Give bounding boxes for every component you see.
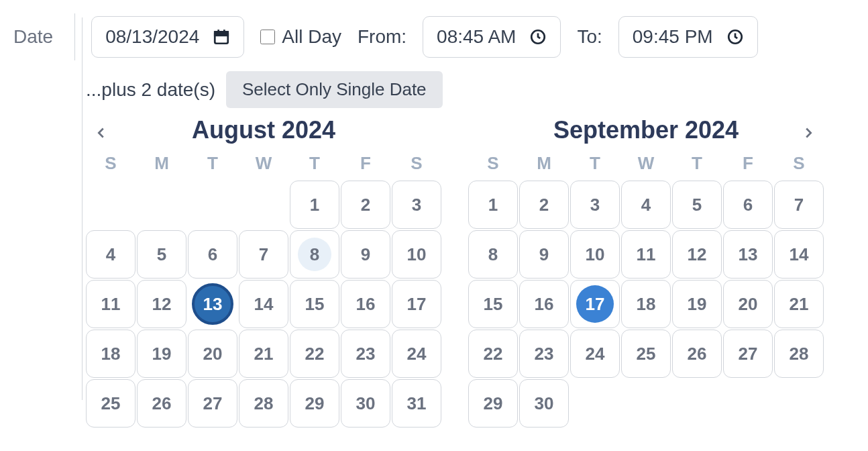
weekday-header: M xyxy=(519,150,569,177)
day-cell[interactable]: 14 xyxy=(239,280,288,328)
day-cell[interactable]: 19 xyxy=(672,280,722,328)
day-cell[interactable]: 6 xyxy=(188,230,237,279)
day-cell[interactable]: 14 xyxy=(774,230,824,279)
day-cell[interactable]: 22 xyxy=(290,330,339,378)
day-cell[interactable]: 7 xyxy=(774,181,824,229)
day-cell[interactable]: 4 xyxy=(621,181,671,229)
weekday-header: T xyxy=(570,150,620,177)
day-cell[interactable]: 30 xyxy=(519,379,569,428)
day-cell[interactable]: 18 xyxy=(86,330,135,378)
day-cell[interactable]: 30 xyxy=(341,379,390,428)
day-cell[interactable]: 2 xyxy=(341,181,390,229)
day-cell[interactable]: 6 xyxy=(723,181,773,229)
day-cell[interactable]: 11 xyxy=(621,230,671,279)
day-cell[interactable]: 29 xyxy=(468,379,518,428)
day-cell[interactable]: 15 xyxy=(468,280,518,328)
day-cell[interactable]: 10 xyxy=(392,230,441,279)
calendar-left-title: August 2024 xyxy=(86,116,441,144)
calendar-left: August 2024 SMTWTFS 12345678910111213141… xyxy=(86,116,441,428)
day-cell[interactable]: 4 xyxy=(86,230,135,279)
day-cell[interactable]: 25 xyxy=(86,379,135,428)
calendar-right-title: September 2024 xyxy=(468,116,824,144)
all-day-label: All Day xyxy=(282,26,341,48)
day-cell[interactable]: 1 xyxy=(468,181,518,229)
day-cell[interactable]: 21 xyxy=(774,280,824,328)
weekday-header: W xyxy=(621,150,671,177)
weekday-header: T xyxy=(290,150,339,177)
day-cell[interactable]: 5 xyxy=(137,230,186,279)
day-cell[interactable]: 8 xyxy=(468,230,518,279)
select-single-date-button[interactable]: Select Only Single Date xyxy=(226,71,443,108)
day-cell[interactable]: 9 xyxy=(519,230,569,279)
day-cell[interactable]: 24 xyxy=(392,330,441,378)
day-empty xyxy=(86,181,135,229)
weekday-header: M xyxy=(137,150,186,177)
day-cell[interactable]: 12 xyxy=(672,230,722,279)
weekday-header: S xyxy=(86,150,135,177)
day-cell[interactable]: 13 xyxy=(188,280,237,328)
day-cell[interactable]: 23 xyxy=(341,330,390,378)
day-cell[interactable]: 13 xyxy=(723,230,773,279)
day-cell[interactable]: 27 xyxy=(188,379,237,428)
date-input-value: 08/13/2024 xyxy=(105,26,199,48)
weekday-header: F xyxy=(723,150,773,177)
day-cell[interactable]: 10 xyxy=(570,230,620,279)
day-cell[interactable]: 18 xyxy=(621,280,671,328)
day-cell[interactable]: 16 xyxy=(519,280,569,328)
day-cell[interactable]: 27 xyxy=(723,330,773,378)
day-cell[interactable]: 20 xyxy=(723,280,773,328)
day-cell[interactable]: 31 xyxy=(392,379,441,428)
clock-icon xyxy=(726,28,744,46)
day-cell[interactable]: 28 xyxy=(774,330,824,378)
day-cell[interactable]: 29 xyxy=(290,379,339,428)
divider xyxy=(74,13,75,60)
day-cell[interactable]: 26 xyxy=(137,379,186,428)
day-cell[interactable]: 12 xyxy=(137,280,186,328)
day-empty xyxy=(137,181,186,229)
day-cell[interactable]: 26 xyxy=(672,330,722,378)
day-cell[interactable]: 5 xyxy=(672,181,722,229)
weekday-header: T xyxy=(188,150,237,177)
day-cell[interactable]: 22 xyxy=(468,330,518,378)
all-day-checkbox[interactable] xyxy=(260,30,275,44)
day-cell[interactable]: 2 xyxy=(519,181,569,229)
from-time-input[interactable]: 08:45 AM xyxy=(423,16,561,58)
next-month-button[interactable] xyxy=(801,126,816,143)
day-cell[interactable]: 15 xyxy=(290,280,339,328)
weekday-header: S xyxy=(468,150,518,177)
weekday-header: W xyxy=(239,150,288,177)
day-cell[interactable]: 16 xyxy=(341,280,390,328)
date-input[interactable]: 08/13/2024 xyxy=(91,16,244,58)
weekday-header: S xyxy=(774,150,824,177)
weekday-header: T xyxy=(672,150,722,177)
day-cell[interactable]: 24 xyxy=(570,330,620,378)
day-cell[interactable]: 11 xyxy=(86,280,135,328)
day-cell[interactable]: 17 xyxy=(570,280,620,328)
to-time-input[interactable]: 09:45 PM xyxy=(618,16,758,58)
day-cell[interactable]: 1 xyxy=(290,181,339,229)
weekday-header: S xyxy=(392,150,441,177)
day-cell[interactable]: 21 xyxy=(239,330,288,378)
day-cell[interactable]: 25 xyxy=(621,330,671,378)
calendar-right: September 2024 SMTWTFS 12345678910111213… xyxy=(468,116,824,428)
from-label: From: xyxy=(358,26,406,48)
all-day-checkbox-wrap[interactable]: All Day xyxy=(260,26,341,48)
day-empty xyxy=(188,181,237,229)
day-cell[interactable]: 3 xyxy=(570,181,620,229)
day-cell[interactable]: 3 xyxy=(392,181,441,229)
day-cell[interactable]: 17 xyxy=(392,280,441,328)
prev-month-button[interactable] xyxy=(94,126,109,143)
day-cell[interactable]: 19 xyxy=(137,330,186,378)
calendar-icon xyxy=(213,28,230,46)
to-time-value: 09:45 PM xyxy=(633,26,713,48)
day-cell[interactable]: 9 xyxy=(341,230,390,279)
svg-rect-1 xyxy=(215,32,229,35)
day-cell[interactable]: 28 xyxy=(239,379,288,428)
day-cell[interactable]: 7 xyxy=(239,230,288,279)
to-label: To: xyxy=(577,26,602,48)
day-cell[interactable]: 8 xyxy=(290,230,339,279)
day-cell[interactable]: 23 xyxy=(519,330,569,378)
weekday-header: F xyxy=(341,150,390,177)
from-time-value: 08:45 AM xyxy=(437,26,516,48)
day-cell[interactable]: 20 xyxy=(188,330,237,378)
